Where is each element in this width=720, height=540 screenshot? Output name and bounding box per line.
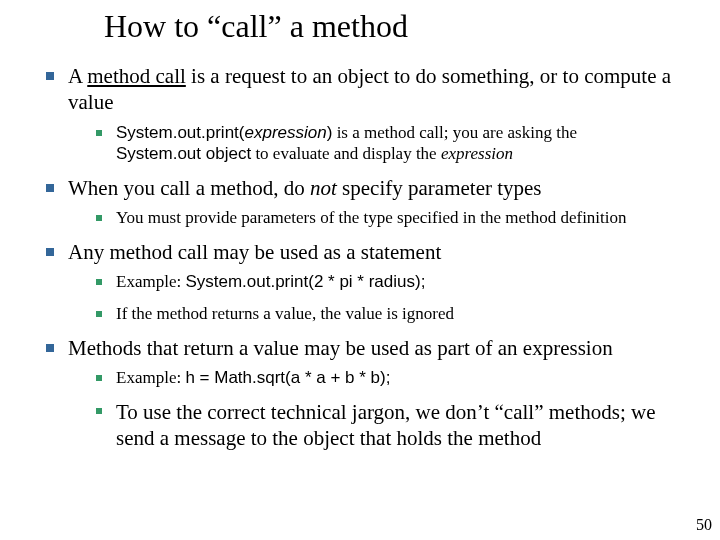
bullet-method-call-as-statement: Any method call may be used as a stateme… — [46, 239, 690, 265]
code-text: System.out — [116, 144, 206, 163]
bullet-text: System.out.print(expression) is a method… — [116, 122, 690, 166]
square-bullet-icon — [96, 375, 102, 381]
square-bullet-icon — [96, 215, 102, 221]
bullet-text: Example: System.out.print(2 * pi * radiu… — [116, 271, 690, 293]
bullet-text: Example: h = Math.sqrt(a * a + b * b); — [116, 367, 690, 389]
bullet-method-in-expression: Methods that return a value may be used … — [46, 335, 690, 361]
sub-bullet-send-message: To use the correct technical jargon, we … — [96, 399, 690, 452]
text-fragment: Example: — [116, 272, 185, 291]
bullet-text: A method call is a request to an object … — [68, 63, 690, 116]
bullet-text: If the method returns a value, the value… — [116, 303, 690, 325]
text-fragment: specify parameter types — [337, 176, 542, 200]
square-bullet-icon — [46, 248, 54, 256]
sub-bullet-value-ignored: If the method returns a value, the value… — [96, 303, 690, 325]
sub-bullet-example-print: Example: System.out.print(2 * pi * radiu… — [96, 271, 690, 293]
square-bullet-icon — [96, 130, 102, 136]
bullet-text: To use the correct technical jargon, we … — [116, 399, 690, 452]
code-text: object — [206, 144, 251, 163]
code-text: System.out.print( — [116, 123, 245, 142]
bullet-text: When you call a method, do not specify p… — [68, 175, 690, 201]
text-fragment: A — [68, 64, 87, 88]
italic-term: not — [310, 176, 337, 200]
code-param: expression — [245, 123, 327, 142]
slide: How to “call” a method A method call is … — [0, 0, 720, 540]
bullet-method-call-definition: A method call is a request to an object … — [46, 63, 690, 116]
bullet-text: Methods that return a value may be used … — [68, 335, 690, 361]
bullet-do-not-specify-types: When you call a method, do not specify p… — [46, 175, 690, 201]
sub-bullet-system-out-print: System.out.print(expression) is a method… — [96, 122, 690, 166]
text-fragment: to evaluate and display the — [251, 144, 441, 163]
bullet-text: Any method call may be used as a stateme… — [68, 239, 690, 265]
italic-term: expression — [441, 144, 513, 163]
code-text: h = Math.sqrt(a * a + b * b); — [185, 368, 390, 387]
text-fragment: When you call a method, do — [68, 176, 310, 200]
sub-bullet-example-sqrt: Example: h = Math.sqrt(a * a + b * b); — [96, 367, 690, 389]
underlined-term: method call — [87, 64, 186, 88]
text-fragment: is a method call; you are asking the — [332, 123, 577, 142]
bullet-text: You must provide parameters of the type … — [116, 207, 690, 229]
text-fragment: Example: — [116, 368, 185, 387]
sub-bullet-provide-parameters: You must provide parameters of the type … — [96, 207, 690, 229]
code-text: System.out.print(2 * pi * radius); — [185, 272, 425, 291]
square-bullet-icon — [96, 311, 102, 317]
square-bullet-icon — [46, 344, 54, 352]
page-number: 50 — [696, 516, 712, 534]
square-bullet-icon — [46, 72, 54, 80]
square-bullet-icon — [46, 184, 54, 192]
square-bullet-icon — [96, 279, 102, 285]
slide-title: How to “call” a method — [104, 8, 690, 45]
square-bullet-icon — [96, 408, 102, 414]
